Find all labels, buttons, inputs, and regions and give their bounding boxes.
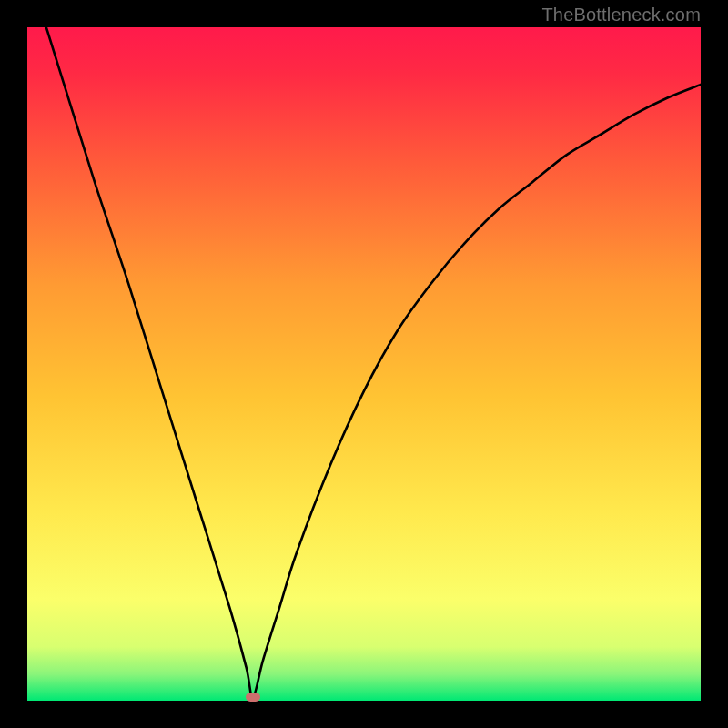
chart-frame: TheBottleneck.com bbox=[0, 0, 728, 728]
bottleneck-curve bbox=[27, 27, 701, 701]
watermark-text: TheBottleneck.com bbox=[541, 5, 701, 25]
plot-area bbox=[27, 27, 701, 701]
optimum-marker bbox=[246, 693, 260, 702]
